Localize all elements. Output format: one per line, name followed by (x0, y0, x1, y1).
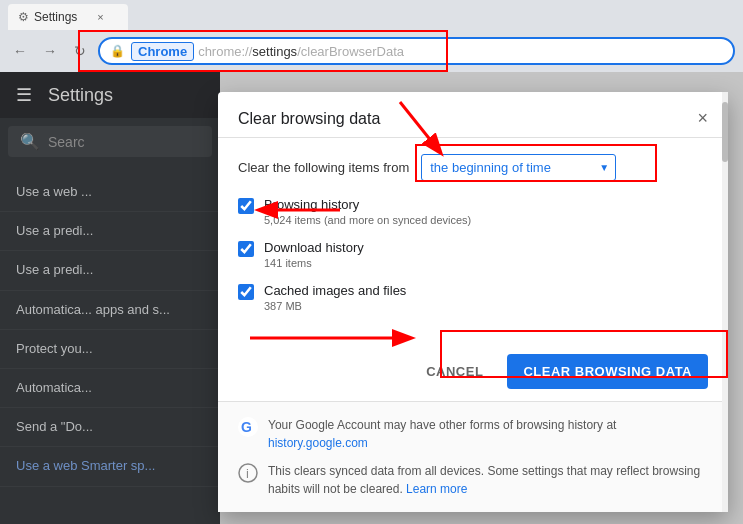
clear-browsing-data-button[interactable]: CLEAR BROWSING DATA (507, 354, 708, 389)
checkbox-browsing-history: Browsing history 5,024 items (and more o… (238, 197, 708, 226)
modal-info-section: G Your Google Account may have other for… (218, 401, 728, 512)
google-g-icon: G (238, 417, 258, 437)
clear-browsing-data-modal: Clear browsing data × Clear the followin… (218, 92, 728, 512)
gear-icon: ⚙ (18, 10, 29, 24)
history-google-link[interactable]: history.google.com (268, 436, 368, 450)
svg-text:i: i (246, 466, 249, 481)
info-row-sync: i This clears synced data from all devic… (238, 462, 708, 498)
title-bar: ⚙ Settings × (0, 0, 743, 30)
time-range-select[interactable]: the past hour the past day the past week… (422, 155, 615, 180)
google-account-info-text: Your Google Account may have other forms… (268, 416, 708, 452)
svg-text:G: G (241, 419, 252, 435)
modal-title: Clear browsing data (238, 110, 380, 128)
time-range-label: Clear the following items from (238, 160, 409, 175)
checkbox-wrapper[interactable] (238, 241, 254, 261)
address-bar-row: ← → ↻ 🔒 Chrome chrome://settings/clearBr… (0, 30, 743, 72)
browsing-history-content: Browsing history 5,024 items (and more o… (264, 197, 471, 226)
back-button[interactable]: ← (8, 39, 32, 63)
address-url: chrome://settings/clearBrowserData (198, 44, 404, 59)
download-history-subtitle: 141 items (264, 257, 364, 269)
sync-info-text: This clears synced data from all devices… (268, 462, 708, 498)
checkbox-wrapper[interactable] (238, 284, 254, 304)
cached-images-content: Cached images and files 387 MB (264, 283, 406, 312)
cancel-button[interactable]: CANCEL (414, 356, 495, 387)
checkbox-download-history: Download history 141 items (238, 240, 708, 269)
learn-more-link[interactable]: Learn more (406, 482, 467, 496)
checkbox-wrapper[interactable] (238, 198, 254, 218)
download-history-content: Download history 141 items (264, 240, 364, 269)
info-icon: i (238, 463, 258, 483)
address-bar[interactable]: 🔒 Chrome chrome://settings/clearBrowserD… (98, 37, 735, 65)
close-tab-button[interactable]: × (97, 11, 103, 23)
browsing-history-checkbox[interactable] (238, 198, 254, 214)
modal-scrollbar[interactable] (722, 92, 728, 512)
cached-images-title: Cached images and files (264, 283, 406, 298)
browser-tab[interactable]: ⚙ Settings × (8, 4, 128, 30)
download-history-title: Download history (264, 240, 364, 255)
modal-body: Clear the following items from the past … (218, 138, 728, 342)
time-range-select-wrapper[interactable]: the past hour the past day the past week… (421, 154, 616, 181)
browsing-history-title: Browsing history (264, 197, 471, 212)
cached-images-checkbox[interactable] (238, 284, 254, 300)
address-chrome-label: Chrome (131, 42, 194, 61)
cached-images-subtitle: 387 MB (264, 300, 406, 312)
modal-header: Clear browsing data × (218, 92, 728, 138)
modal-close-button[interactable]: × (697, 108, 708, 129)
info-row-google: G Your Google Account may have other for… (238, 416, 708, 452)
refresh-button[interactable]: ↻ (68, 39, 92, 63)
tab-title: Settings (34, 10, 77, 24)
modal-footer: CANCEL CLEAR BROWSING DATA (218, 342, 728, 401)
download-history-checkbox[interactable] (238, 241, 254, 257)
time-range-row: Clear the following items from the past … (238, 154, 708, 181)
browsing-history-subtitle: 5,024 items (and more on synced devices) (264, 214, 471, 226)
checkbox-cached-images: Cached images and files 387 MB (238, 283, 708, 312)
forward-button[interactable]: → (38, 39, 62, 63)
scrollbar-thumb (722, 102, 728, 162)
lock-icon: 🔒 (110, 44, 125, 58)
